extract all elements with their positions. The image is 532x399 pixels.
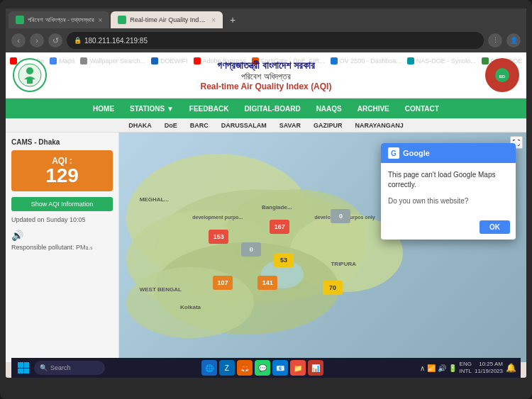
update-time: Updated on Sunday 10:05 xyxy=(11,215,113,225)
svg-point-12 xyxy=(126,267,254,338)
browser-tabs: পরিবেশ অধিদপ্তর - তথ্যসম্ভার × Real-time… xyxy=(6,9,526,28)
taskbar-icon-6[interactable]: 📊 xyxy=(308,360,323,376)
youtube-favicon xyxy=(10,57,17,64)
subnav-dhaka[interactable]: DHAKA xyxy=(123,120,157,130)
notification-icon[interactable]: 🔔 xyxy=(506,363,516,373)
dialog-ok-button[interactable]: OK xyxy=(480,220,510,234)
subnav-barc[interactable]: BARC xyxy=(184,120,214,130)
battery-icon[interactable]: 🔋 xyxy=(448,364,457,372)
aqi-marker-7[interactable]: 141 xyxy=(257,276,277,290)
lang-region: INTL xyxy=(460,368,472,375)
nav-feedback[interactable]: FEEDBACK xyxy=(182,102,236,116)
aqi-marker-8[interactable]: 70 xyxy=(323,281,343,295)
back-button[interactable]: ‹ xyxy=(11,33,26,47)
aqi-value: 129 xyxy=(17,166,107,186)
map-area[interactable]: MEGHAL... Banglade... WEST BENGAL TRIPUR… xyxy=(119,133,526,362)
nav-archive[interactable]: ARCHIVE xyxy=(350,102,397,116)
search-text: Search xyxy=(50,364,71,371)
taskbar-icon-3[interactable]: 💬 xyxy=(255,360,270,376)
svg-point-1 xyxy=(26,67,33,74)
region-bangladesh-text: Banglade... xyxy=(262,204,292,210)
google-maps-dialog: G Google This page can't load Google Map… xyxy=(381,143,516,240)
show-aqi-button[interactable]: Show AQI Information xyxy=(11,197,113,211)
taskbar-icon-5[interactable]: 📁 xyxy=(290,360,306,376)
dialog-body: This page can't load Google Maps correct… xyxy=(381,163,516,218)
search-icon: 🔍 xyxy=(40,364,48,371)
refresh-button[interactable]: ↺ xyxy=(48,33,62,47)
tab-favicon-2 xyxy=(118,16,126,24)
subnav-gazipur[interactable]: GAZIPUR xyxy=(308,120,348,130)
subnav-darussalam[interactable]: DARUSSALAM xyxy=(216,120,272,130)
region-meghalaya: MEGHAL... xyxy=(140,196,169,203)
subnav-narayanganj[interactable]: NARAYANGANJ xyxy=(349,120,409,130)
aqi-update-info: Updated on Sunday 10:05 🔊 Responsible po… xyxy=(11,215,113,252)
address-bar[interactable]: 🔒 180.211.164.219:85 xyxy=(67,32,484,49)
nav-stations[interactable]: STATIONS ▼ xyxy=(123,102,181,116)
sub-navigation: DHAKA DoE BARC DARUSSALAM SAVAR GAZIPUR … xyxy=(6,118,526,133)
site-header: গণপ্রজাতন্ত্রী বাংলাদেশ সরকার পরিবেশ অধি… xyxy=(6,52,526,99)
nav-digital-board[interactable]: DIGITAL-BOARD xyxy=(237,102,307,116)
tray-arrow[interactable]: ∧ xyxy=(420,364,425,372)
subnav-savar[interactable]: SAVAR xyxy=(274,120,306,130)
system-tray: ∧ 📶 🔊 🔋 xyxy=(420,364,457,372)
aqi-marker-1[interactable]: 153 xyxy=(209,230,228,244)
station-name: CAMS - Dhaka xyxy=(11,138,113,146)
new-tab-button[interactable]: + xyxy=(224,11,241,28)
taskbar-icon-1[interactable]: 🌐 xyxy=(201,360,217,376)
windows-logo xyxy=(18,362,29,373)
language-indicator[interactable]: ENG INTL xyxy=(460,361,472,376)
speaker-icon[interactable]: 🔊 xyxy=(11,228,113,243)
nav-home[interactable]: HOME xyxy=(86,102,121,116)
region-dev-notice-1: development purpo... xyxy=(192,215,243,220)
browser-tab-inactive[interactable]: পরিবেশ অধিদপ্তর - তথ্যসম্ভার × xyxy=(9,11,109,28)
system-clock[interactable]: 10:25 AM 11/19/2023 xyxy=(475,361,503,376)
forward-button[interactable]: › xyxy=(30,33,44,47)
website-content: গণপ্রজাতন্ত্রী বাংলাদেশ সরকার পরিবেশ অধি… xyxy=(6,52,526,362)
aqi-marker-3[interactable]: 0 xyxy=(331,209,350,223)
tab-favicon-1 xyxy=(16,16,24,24)
main-navigation: HOME STATIONS ▼ FEEDBACK DIGITAL-BOARD N… xyxy=(6,99,526,118)
browser-addressbar: ‹ › ↺ 🔒 180.211.164.219:85 ⋮ 👤 xyxy=(6,28,526,52)
monitor-screen: পরিবেশ অধিদপ্তর - তথ্যসম্ভার × Real-time… xyxy=(6,9,526,378)
tab-close-2[interactable]: × xyxy=(211,16,216,24)
dialog-question: Do you own this website? xyxy=(388,197,509,205)
browser-tab-active[interactable]: Real-time Air Quality Index (AQI...) × xyxy=(111,11,223,28)
wifi-icon[interactable]: 📶 xyxy=(427,364,436,372)
profile-button[interactable]: 👤 xyxy=(506,33,521,47)
bangla-title: গণপ্রজাতন্ত্রী বাংলাদেশ সরকার xyxy=(47,60,485,72)
aqi-display-box: AQI : 129 xyxy=(11,150,113,191)
aqi-marker-4[interactable]: 0 xyxy=(241,242,261,257)
subnav-doe[interactable]: DoE xyxy=(159,120,183,130)
tab-close-1[interactable]: × xyxy=(99,16,103,24)
bangladesh-emblem: BD xyxy=(485,58,519,92)
taskbar-icon-2[interactable]: Z xyxy=(219,360,235,376)
nav-contact[interactable]: CONTACT xyxy=(398,102,446,116)
bangla-subtitle: পরিবেশ অধিদপ্তর xyxy=(47,72,485,82)
svg-text:BD: BD xyxy=(499,74,506,79)
nav-naaqs[interactable]: NAAQS xyxy=(309,102,349,116)
taskbar-icon-firefox[interactable]: 🦊 xyxy=(237,360,253,376)
aqi-marker-6[interactable]: 107 xyxy=(213,276,233,290)
aqi-marker-5[interactable]: 53 xyxy=(274,253,294,267)
browser-chrome: পরিবেশ অধিদপ্তর - তথ্যসম্ভার × Real-time… xyxy=(6,9,526,52)
windows-start-button[interactable] xyxy=(16,360,31,376)
lock-icon: 🔒 xyxy=(74,37,82,44)
taskbar-search[interactable]: 🔍 Search xyxy=(34,361,105,375)
monitor-outer: পরিবেশ অধিদপ্তর - তথ্যসম্ভার × Real-time… xyxy=(0,0,532,399)
clock-time: 10:25 AM xyxy=(475,361,503,368)
pollutant-info: Responsible pollutant: PM₂.₅ xyxy=(11,243,113,253)
google-g-icon: G xyxy=(388,147,399,159)
tab-label-1: পরিবেশ অধিদপ্তর - তথ্যসম্ভার xyxy=(28,16,95,24)
taskbar-icons: 🌐 Z 🦊 💬 📧 📁 📊 xyxy=(108,360,417,376)
dialog-title: Google xyxy=(403,149,430,157)
volume-icon[interactable]: 🔊 xyxy=(438,364,446,372)
taskbar: 🔍 Search 🌐 Z 🦊 💬 📧 xyxy=(11,358,521,378)
address-text: 180.211.164.219:85 xyxy=(84,37,148,45)
main-content-area: CAMS - Dhaka AQI : 129 Show AQI Informat… xyxy=(6,133,526,362)
taskbar-icon-4[interactable]: 📧 xyxy=(272,360,288,376)
aqi-marker-2[interactable]: 167 xyxy=(270,220,289,234)
clock-date: 11/19/2023 xyxy=(475,368,503,375)
lang-text: ENG xyxy=(460,361,472,368)
dialog-message: This page can't load Google Maps correct… xyxy=(388,170,509,190)
extensions-button[interactable]: ⋮ xyxy=(488,33,502,47)
